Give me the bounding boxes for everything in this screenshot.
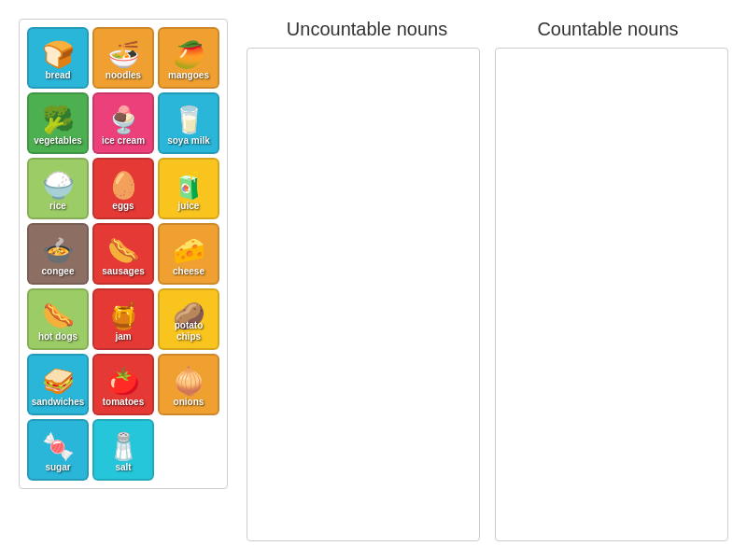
food-emoji-noodles: 🍜 [107, 39, 140, 70]
food-item-tomatoes[interactable]: 🍅tomatoes [92, 354, 154, 415]
food-emoji-soya-milk: 🥛 [173, 105, 205, 135]
food-item-hot-dogs[interactable]: 🌭hot dogs [27, 288, 89, 350]
food-item-juice[interactable]: 🧃juice [158, 158, 219, 219]
food-emoji-congee: 🍲 [42, 235, 75, 266]
food-item-congee[interactable]: 🍲congee [27, 223, 89, 285]
food-emoji-sandwiches: 🥪 [42, 366, 75, 397]
food-emoji-sausages: 🌭 [107, 235, 140, 266]
food-label-salt: salt [112, 460, 134, 475]
food-item-sausages[interactable]: 🌭sausages [92, 223, 154, 285]
uncountable-drop-zone[interactable] [247, 48, 480, 541]
food-label-jam: jam [112, 329, 134, 344]
food-item-noodles[interactable]: 🍜noodles [92, 27, 154, 89]
food-label-cheese: cheese [170, 264, 207, 279]
food-label-soya-milk: soya milk [164, 133, 213, 148]
food-row: 🍲congee🌭sausages🧀cheese [27, 223, 219, 285]
food-label-bread: bread [42, 68, 73, 83]
food-item-eggs[interactable]: 🥚eggs [92, 158, 154, 219]
countable-drop-zone[interactable] [495, 48, 728, 541]
food-row: 🥪sandwiches🍅tomatoes🧅onions [27, 354, 219, 415]
food-emoji-onions: 🧅 [173, 366, 205, 397]
food-emoji-bread: 🍞 [42, 39, 75, 70]
food-label-sugar: sugar [42, 460, 73, 475]
food-label-mangoes: mangoes [165, 68, 212, 83]
food-item-vegetables[interactable]: 🥦vegetables [27, 92, 89, 154]
food-label-hot-dogs: hot dogs [35, 329, 80, 344]
food-emoji-jam: 🍯 [107, 301, 140, 331]
food-row: 🍬sugar🧂salt [27, 419, 219, 481]
food-emoji-tomatoes: 🍅 [107, 366, 140, 397]
food-item-soya-milk[interactable]: 🥛soya milk [158, 92, 219, 154]
food-label-noodles: noodles [103, 68, 144, 83]
food-row: 🌭hot dogs🍯jam🥔potato chips [27, 288, 219, 350]
food-row: 🥦vegetables🍨ice cream🥛soya milk [27, 92, 219, 154]
food-label-eggs: eggs [109, 199, 136, 214]
food-emoji-sugar: 🍬 [42, 431, 75, 462]
right-section: Uncountable nouns Countable nouns [247, 19, 728, 541]
food-label-juice: juice [176, 199, 203, 214]
food-emoji-eggs: 🥚 [107, 170, 140, 201]
food-label-potato-chips: potato chips [160, 318, 218, 344]
uncountable-title: Uncountable nouns [247, 19, 487, 40]
food-label-sausages: sausages [99, 264, 148, 279]
food-item-sugar[interactable]: 🍬sugar [27, 419, 89, 481]
main-container: 🍞bread🍜noodles🥭mangoes🥦vegetables🍨ice cr… [0, 0, 747, 560]
food-label-rice: rice [47, 199, 69, 214]
food-label-vegetables: vegetables [31, 133, 85, 148]
food-emoji-mangoes: 🥭 [173, 39, 205, 70]
food-item-onions[interactable]: 🧅onions [158, 354, 219, 415]
food-row: 🍞bread🍜noodles🥭mangoes [27, 27, 219, 89]
food-emoji-juice: 🧃 [173, 170, 205, 201]
food-label-onions: onions [171, 395, 207, 410]
food-item-salt[interactable]: 🧂salt [92, 419, 154, 481]
columns-header: Uncountable nouns Countable nouns [247, 19, 728, 40]
food-label-sandwiches: sandwiches [29, 395, 88, 410]
food-emoji-cheese: 🧀 [173, 235, 205, 266]
food-item-bread[interactable]: 🍞bread [27, 27, 89, 89]
food-grid: 🍞bread🍜noodles🥭mangoes🥦vegetables🍨ice cr… [19, 19, 228, 489]
food-emoji-hot-dogs: 🌭 [42, 301, 75, 331]
food-item-rice[interactable]: 🍚rice [27, 158, 89, 219]
food-emoji-vegetables: 🥦 [42, 105, 75, 135]
food-item-mangoes[interactable]: 🥭mangoes [158, 27, 219, 89]
drop-zones [247, 48, 728, 541]
food-emoji-ice-cream: 🍨 [107, 105, 140, 135]
food-row: 🍚rice🥚eggs🧃juice [27, 158, 219, 219]
food-item-ice-cream[interactable]: 🍨ice cream [92, 92, 154, 154]
countable-title: Countable nouns [487, 19, 728, 40]
food-item-sandwiches[interactable]: 🥪sandwiches [27, 354, 89, 415]
food-label-congee: congee [38, 264, 77, 279]
food-label-tomatoes: tomatoes [100, 395, 147, 410]
food-item-cheese[interactable]: 🧀cheese [158, 223, 219, 285]
food-item-jam[interactable]: 🍯jam [92, 288, 154, 350]
food-emoji-rice: 🍚 [42, 170, 75, 201]
food-label-ice-cream: ice cream [99, 133, 148, 148]
food-emoji-salt: 🧂 [107, 431, 140, 462]
food-item-potato-chips[interactable]: 🥔potato chips [158, 288, 219, 350]
